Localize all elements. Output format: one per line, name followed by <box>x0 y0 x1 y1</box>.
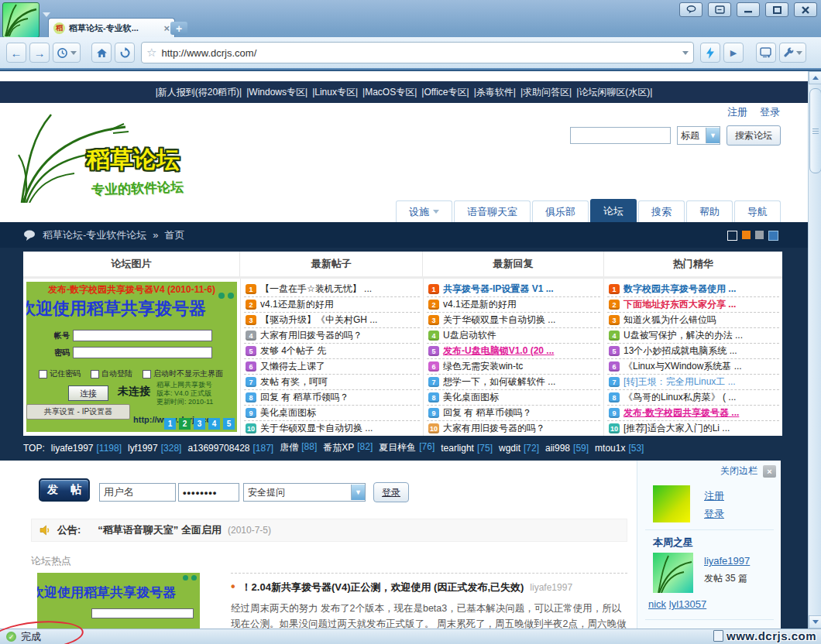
board-list-item[interactable]: 9美化桌面图标 <box>244 406 420 421</box>
board-list-item[interactable]: 513个小妙招成就电脑系统 ... <box>607 344 779 359</box>
nick-value-link[interactable]: lyl13057 <box>669 598 706 610</box>
board-item-link[interactable]: 《Linux与XWindow系统基 ... <box>623 360 742 373</box>
board-list-item[interactable]: 7发帖 有奖，呵呵 <box>244 375 420 390</box>
board-item-link[interactable]: 共享拨号器-IP设置器 V1 ... <box>443 283 554 296</box>
board-item-link[interactable]: v4.1还是新的好用 <box>443 298 517 311</box>
board-list-item[interactable]: 7想学一下，如何破解软件 ... <box>427 375 600 390</box>
browser-tab[interactable]: 稻 稻草论坛-专业软... × <box>48 18 175 38</box>
turbo-button[interactable] <box>700 43 720 63</box>
board-list-item[interactable]: 3知道火狐为什么错位吗 <box>607 313 779 328</box>
top-user[interactable]: tearlight[75] <box>441 443 493 454</box>
maximize-button[interactable] <box>765 2 788 17</box>
top-user-name[interactable]: liyafe1997 <box>51 443 94 454</box>
search-forum-button[interactable]: 搜索论坛 <box>727 125 781 146</box>
theme-blue-icon[interactable] <box>768 231 778 241</box>
board-list-item[interactable]: 7[转]王垠：完全用Linux工 ... <box>607 375 779 390</box>
board-item-link[interactable]: 美化桌面图标 <box>260 406 316 420</box>
username-input[interactable]: 用户名 <box>99 483 176 502</box>
close-sidebar-link[interactable]: 关闭边栏 <box>720 464 757 478</box>
board-list-item[interactable]: 2v4.1还是新的好用 <box>244 297 420 313</box>
panel-button[interactable] <box>708 2 731 17</box>
width-switch-icon[interactable] <box>727 231 737 241</box>
bookmark-star-icon[interactable]: ☆ <box>146 46 156 60</box>
top-user[interactable]: wgdit[72] <box>499 443 539 454</box>
dialer-screenshot[interactable]: 发布-数字校园共享拨号器V4 (2010-11-6) 欢迎使用稻草共享拨号器 帐… <box>26 282 237 432</box>
board-list-item[interactable]: 1【一盘在手☆装机无忧】 ... <box>244 282 420 297</box>
board-list-item[interactable]: 8《鸟哥的Linux私房菜》 ( ... <box>607 390 779 406</box>
site-nav-link[interactable]: |求助问答区| <box>520 86 572 99</box>
top-user[interactable]: lyf1997[328] <box>128 443 181 454</box>
hot-topic-thumbnail[interactable]: 欢迎使用稻草共享拨号器 <box>37 573 200 629</box>
board-list-item[interactable]: 6又懒得去上课了 <box>244 359 420 375</box>
board-item-link[interactable]: 想学一下，如何破解软件 ... <box>443 375 555 389</box>
board-list-item[interactable]: 10关于华硕双显卡自动切换 ... <box>244 421 420 436</box>
forum-tab-设施[interactable]: 设施 <box>396 200 452 222</box>
top-user[interactable]: liyafe1997[1198] <box>51 443 122 454</box>
tools-button[interactable] <box>779 43 806 63</box>
site-nav-link[interactable]: |论坛闲聊区(水区)| <box>576 86 652 99</box>
board-item-link[interactable]: 13个小妙招成就电脑系统 ... <box>623 344 737 358</box>
board-item-link[interactable]: 【一盘在手☆装机无忧】 ... <box>260 283 372 296</box>
minimize-button[interactable] <box>737 2 760 17</box>
login-button[interactable]: 登录 <box>373 482 409 502</box>
board-item-link[interactable]: 关于华硕双显卡自动切换 ... <box>443 313 555 327</box>
breadcrumb-site[interactable]: 稻草论坛-专业软件论坛 <box>43 228 146 242</box>
board-list-item[interactable]: 5发布-U盘电脑锁V1.0 (20 ... <box>427 344 600 359</box>
history-button[interactable] <box>53 43 81 63</box>
forum-tab-论坛[interactable]: 论坛 <box>590 199 637 222</box>
board-item-link[interactable]: 【驱动升级】《中关村GH ... <box>260 313 377 327</box>
select-arrow-icon[interactable]: ▼ <box>351 485 365 500</box>
top-user[interactable]: 夏目梓鱼[76] <box>379 441 435 454</box>
site-nav-link[interactable]: |新人报到(得20稻币)| <box>156 86 242 99</box>
top-user[interactable]: mtou1x[53] <box>595 443 644 454</box>
top-user-name[interactable]: 夏目梓鱼 <box>379 441 416 454</box>
site-nav-link[interactable]: |Linux专区| <box>312 86 358 99</box>
forum-tab-帮助[interactable]: 帮助 <box>686 200 733 222</box>
board-item-link[interactable]: 绿色无需安装win-tc <box>443 360 523 373</box>
top-user-name[interactable]: aii998 <box>545 443 570 454</box>
tab-close-icon[interactable]: × <box>163 22 170 34</box>
site-nav-link[interactable]: |Office专区| <box>421 86 469 99</box>
board-list-item[interactable]: 5发够 4个帖子 先 <box>244 344 420 359</box>
home-button[interactable] <box>91 43 112 63</box>
top-user[interactable]: a13699708428[187] <box>187 443 273 454</box>
app-menu-caret-icon[interactable] <box>43 12 50 17</box>
new-post-button[interactable]: 发 帖 <box>39 478 90 502</box>
board-list-item[interactable]: 6绿色无需安装win-tc <box>427 359 600 375</box>
board-item-link[interactable]: [转]王垠：完全用Linux工 ... <box>623 375 736 389</box>
board-item-link[interactable]: 《鸟哥的Linux私房菜》 ( ... <box>623 391 736 404</box>
board-list-item[interactable]: 1共享拨号器-IP设置器 V1 ... <box>427 282 600 297</box>
board-item-link[interactable]: 发布-数字校园共享拨号器 ... <box>623 406 739 420</box>
board-item-link[interactable]: 回复 有 稻草币领吗？ <box>443 406 532 420</box>
board-item-link[interactable]: 美化桌面图标 <box>443 391 499 404</box>
password-input[interactable]: •••••••• <box>178 483 239 502</box>
forum-tab-语音聊天室[interactable]: 语音聊天室 <box>454 200 531 222</box>
board-item-link[interactable]: U盘启动软件 <box>443 329 496 342</box>
register-link[interactable]: 注册 <box>727 105 747 119</box>
top-user-name[interactable]: tearlight <box>441 443 474 454</box>
security-question-select[interactable]: 安全提问 ▼ <box>243 483 366 502</box>
scroll-up-button[interactable] <box>809 71 821 84</box>
board-item-link[interactable]: 又懒得去上课了 <box>260 360 325 373</box>
board-item-link[interactable]: 关于华硕双显卡自动切换 ... <box>260 422 373 435</box>
board-item-link[interactable]: 数字校园共享拨号器使用 ... <box>623 283 736 296</box>
top-user-name[interactable]: 番茄XP <box>323 441 354 454</box>
forward-button[interactable]: → <box>29 43 50 63</box>
nick-label-link[interactable]: nick <box>648 598 666 610</box>
top-user-name[interactable]: a13699708428 <box>187 443 249 454</box>
board-item-link[interactable]: [推荐]适合大家入门的Li ... <box>623 422 730 435</box>
select-arrow-icon[interactable]: ▼ <box>706 128 720 143</box>
board-list-item[interactable]: 4大家有用旧拨号器的吗？ <box>244 328 420 344</box>
refresh-button[interactable] <box>115 43 135 63</box>
hot-topic-author[interactable]: liyafe1997 <box>530 582 572 593</box>
site-nav-link[interactable]: |MacOS专区| <box>362 86 417 99</box>
board-item-link[interactable]: v4.1还是新的好用 <box>260 298 334 311</box>
theme-orange-icon[interactable] <box>742 231 751 239</box>
sidebar-register-link[interactable]: 注册 <box>704 487 724 505</box>
top-user[interactable]: 唐僧[88] <box>280 441 317 454</box>
top-user-name[interactable]: mtou1x <box>595 443 625 454</box>
close-button[interactable] <box>794 2 817 17</box>
scrollbar-thumb[interactable] <box>809 88 821 173</box>
theme-gray-icon[interactable] <box>755 231 764 239</box>
board-list-item[interactable]: 8美化桌面图标 <box>427 390 600 406</box>
